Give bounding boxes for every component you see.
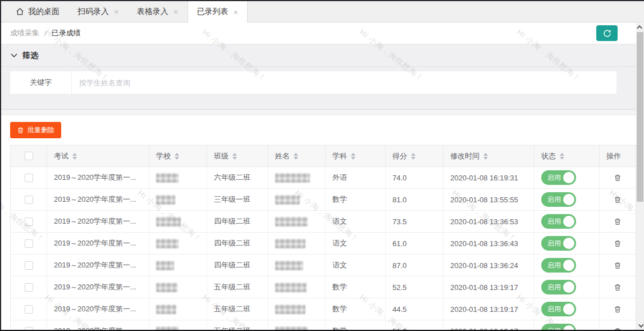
modified-text: 2020-01-08 13:19:17 [450, 283, 518, 292]
col-header-modified[interactable]: 修改时间 [444, 146, 535, 166]
delete-row-icon[interactable] [614, 196, 622, 204]
filter-collapse-toggle[interactable]: 筛选 [1, 44, 637, 67]
cell-name [268, 233, 326, 254]
toggle-knob [563, 325, 574, 331]
row-checkbox[interactable] [25, 305, 33, 314]
status-label: 启用 [547, 195, 561, 205]
col-header-school[interactable]: 学校 [149, 146, 207, 166]
cell-school [149, 298, 207, 320]
cell-name [268, 320, 326, 331]
col-header-name[interactable]: 姓名 [268, 146, 326, 166]
scroll-up-arrow[interactable] [636, 23, 644, 31]
cell-exam: 2019～2020学年度第一... [47, 167, 149, 188]
row-checkbox[interactable] [25, 327, 33, 331]
row-checkbox[interactable] [25, 217, 33, 226]
col-header-subject[interactable]: 学科 [326, 146, 386, 166]
tab-my-desktop[interactable]: 我的桌面 [7, 1, 68, 22]
status-toggle[interactable]: 启用 [541, 214, 576, 229]
status-label: 启用 [547, 327, 561, 331]
cell-exam: 2019～2020学年度第一... [47, 276, 149, 298]
col-header-class[interactable]: 班级 [207, 146, 268, 166]
sort-icon[interactable] [294, 153, 298, 160]
tab-label: 扫码录入 [77, 7, 109, 17]
cell-action [600, 211, 636, 232]
col-header-exam[interactable]: 考试 [47, 146, 149, 166]
select-all-checkbox[interactable] [25, 152, 33, 160]
status-toggle[interactable]: 启用 [541, 170, 576, 185]
status-toggle[interactable]: 启用 [541, 192, 576, 207]
tab-label: 已录列表 [197, 7, 229, 17]
keyword-input[interactable] [72, 71, 616, 94]
breadcrumb-parent[interactable]: 成绩采集 [10, 28, 39, 38]
subject-text: 数学 [332, 194, 347, 205]
row-checkbox[interactable] [25, 174, 33, 182]
school-redacted-blur [156, 283, 177, 292]
cell-action [600, 255, 636, 276]
tab-scan-entry[interactable]: 扫码录入× [68, 1, 128, 22]
delete-row-icon[interactable] [614, 327, 622, 331]
row-checkbox[interactable] [25, 261, 33, 270]
sort-icon[interactable] [411, 153, 415, 160]
cell-subject: 数学 [326, 320, 386, 331]
delete-row-icon[interactable] [614, 261, 622, 270]
sort-icon[interactable] [232, 153, 237, 160]
status-toggle[interactable]: 启用 [541, 258, 576, 273]
delete-row-icon[interactable] [614, 239, 622, 248]
col-header-status[interactable]: 状态 [535, 146, 600, 166]
batch-delete-button[interactable]: 批量删除 [10, 122, 61, 138]
breadcrumb-separator: / [44, 29, 47, 38]
close-icon[interactable]: × [234, 8, 239, 16]
cell-name [268, 255, 326, 276]
scroll-down-arrow[interactable] [636, 321, 644, 330]
sort-icon[interactable] [560, 153, 564, 160]
filter-title: 筛选 [22, 51, 38, 61]
delete-row-icon[interactable] [614, 174, 622, 182]
school-redacted-blur [156, 327, 179, 331]
row-checkbox-cell [11, 211, 47, 232]
delete-row-icon[interactable] [614, 217, 622, 226]
score-text: 81.0 [392, 196, 407, 204]
modified-text: 2020-01-08 13:19:17 [450, 305, 518, 314]
row-checkbox[interactable] [25, 239, 33, 248]
sort-icon[interactable] [351, 153, 355, 160]
scores-table: 考试学校班级姓名学科得分修改时间状态操作 2019～2020学年度第一...六年… [10, 145, 636, 331]
cell-school [149, 233, 207, 254]
row-checkbox[interactable] [25, 283, 33, 292]
tab-table-entry[interactable]: 表格录入× [128, 1, 188, 22]
tab-recorded-list[interactable]: 已录列表× [188, 1, 248, 22]
close-icon[interactable]: × [173, 7, 179, 16]
status-toggle[interactable]: 启用 [541, 302, 576, 316]
delete-row-icon[interactable] [614, 305, 622, 314]
exam-text: 2019～2020学年度第一... [54, 304, 136, 314]
status-label: 启用 [547, 217, 561, 226]
close-icon[interactable]: × [114, 7, 119, 16]
col-header-score[interactable]: 得分 [386, 146, 444, 166]
cell-score: 44.5 [386, 298, 444, 320]
keyword-label: 关键字 [10, 71, 72, 94]
table-row: 2019～2020学年度第一...四年级二班语文87.02020-01-08 1… [11, 255, 636, 276]
scrollbar-thumb[interactable] [637, 32, 643, 202]
cell-score: 87.0 [386, 255, 444, 276]
cell-score: 52.5 [386, 276, 444, 298]
status-toggle[interactable]: 启用 [541, 236, 576, 251]
cell-subject: 语文 [326, 211, 386, 232]
status-toggle[interactable]: 启用 [541, 324, 576, 331]
cell-school [149, 320, 207, 331]
score-text: 73.5 [392, 217, 407, 226]
col-header-label: 学校 [156, 151, 171, 161]
cell-modified: 2020-01-08 13:36:53 [444, 211, 535, 232]
exam-text: 2019～2020学年度第一... [54, 194, 136, 205]
refresh-button[interactable] [596, 25, 618, 41]
cell-status: 启用 [535, 276, 600, 298]
batch-delete-label: 批量删除 [28, 125, 54, 135]
delete-row-icon[interactable] [614, 283, 622, 292]
row-checkbox[interactable] [25, 196, 33, 204]
sort-icon[interactable] [72, 153, 77, 160]
exam-text: 2019～2020学年度第一... [54, 238, 136, 248]
sort-icon[interactable] [483, 153, 488, 160]
class-text: 四年级二班 [214, 216, 250, 226]
cell-score: 81.0 [386, 189, 444, 210]
col-header-label: 修改时间 [450, 151, 479, 161]
sort-icon[interactable] [175, 153, 179, 160]
status-toggle[interactable]: 启用 [541, 280, 576, 294]
